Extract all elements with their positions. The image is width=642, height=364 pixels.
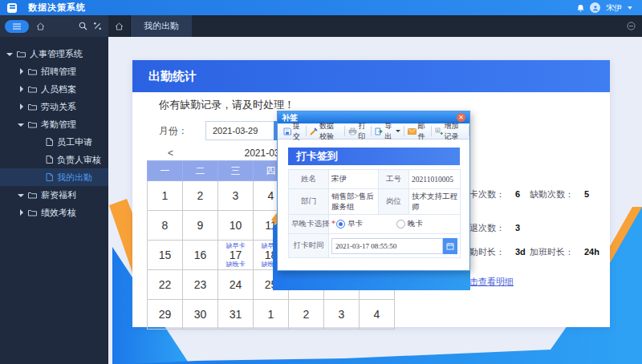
chevron-right-icon[interactable] <box>18 103 25 111</box>
calendar-day-cell[interactable]: 22 <box>148 270 183 300</box>
stat-item: 缺勤次数：5 <box>530 188 589 200</box>
day-number: 9 <box>197 219 204 232</box>
toolbar-add-record-button[interactable]: 增加记录 <box>432 126 469 136</box>
day-number: 17 <box>230 249 242 261</box>
add-record-icon <box>435 127 443 135</box>
sidebar-item[interactable]: 薪资福利 <box>0 186 108 204</box>
toolbar-validate-button[interactable]: 数据校验 <box>307 126 344 136</box>
punch-time-input[interactable]: 2021-03-17 08:55:50 <box>331 238 443 254</box>
day-number: 28 <box>371 278 384 291</box>
sidebar-item[interactable]: 员工申请 <box>0 133 108 151</box>
modal-title-bar[interactable]: 补签 ✕ <box>278 111 469 123</box>
chevron-right-icon[interactable] <box>18 209 25 216</box>
top-bar: 数据决策系统 宋伊 <box>0 0 642 15</box>
calendar-day-cell[interactable]: 9 <box>183 211 218 241</box>
app-logo-icon <box>7 3 17 13</box>
calendar-day-cell[interactable]: 31 <box>218 300 254 330</box>
minus-circle-icon <box>627 22 636 30</box>
calendar-day-cell[interactable]: 1 <box>148 181 183 211</box>
dept-value: 销售部>售后服务组 <box>329 189 379 215</box>
calendar-day-cell[interactable]: 16 <box>183 241 218 270</box>
notification-bell-icon[interactable] <box>577 4 584 12</box>
view-detail-link[interactable]: 点击查看明细 <box>461 276 514 288</box>
chevron-down-icon[interactable] <box>628 6 632 12</box>
toolbar-print-button[interactable]: 打印 <box>345 126 372 136</box>
sidebar-item[interactable]: 负责人审核 <box>0 151 108 168</box>
weekday-header: 一 <box>148 161 183 181</box>
calendar-day-cell[interactable]: 1 <box>254 300 289 330</box>
absence-warning-text: 你有缺勤记录，请及时处理！ <box>159 98 295 112</box>
shift-radio-option[interactable]: 晚卡 <box>396 219 423 229</box>
post-label: 岗位 <box>379 189 409 215</box>
calendar-day-cell[interactable]: 15 <box>148 241 183 270</box>
chevron-down-icon[interactable] <box>396 130 400 135</box>
home-icon[interactable] <box>36 22 45 30</box>
radio-checked-icon[interactable] <box>336 220 345 229</box>
calendar-day-cell[interactable]: 3 <box>218 181 254 211</box>
sidebar-item[interactable]: 我的出勤 <box>0 168 108 186</box>
menu-toggle-button[interactable] <box>5 20 29 33</box>
month-label: 月份： <box>159 124 188 138</box>
radio-unchecked-icon[interactable] <box>396 220 405 229</box>
sidebar-item[interactable]: 人事管理系统 <box>0 45 108 63</box>
calendar-day-cell[interactable]: 29 <box>148 300 183 330</box>
tab-home[interactable] <box>108 15 131 37</box>
day-number: 27 <box>335 278 348 291</box>
arrow-spacer <box>35 139 43 146</box>
calendar-day-cell[interactable]: 4 <box>360 300 395 330</box>
toolbar-save-button[interactable]: 提交 <box>280 126 307 136</box>
chevron-right-icon[interactable] <box>18 68 25 75</box>
sidebar-item[interactable]: 人员档案 <box>0 80 108 98</box>
calendar-day-cell[interactable]: 28 <box>360 270 395 300</box>
day-number: 8 <box>162 219 169 232</box>
calendar-day-cell[interactable]: 25 <box>254 270 289 300</box>
calendar-day-cell[interactable]: 10 <box>218 211 254 241</box>
calendar-day-cell[interactable]: 30 <box>183 300 218 330</box>
calendar-day-cell[interactable]: 8 <box>148 211 183 241</box>
sidebar-item[interactable]: 绩效考核 <box>0 204 108 221</box>
menu-icon <box>12 23 22 30</box>
missing-evening-punch-badge[interactable]: 缺晚卡 <box>218 261 253 268</box>
calendar-day-cell[interactable]: 24 <box>218 270 254 300</box>
avatar[interactable] <box>590 2 600 13</box>
calendar-day-cell[interactable]: 3 <box>324 300 360 330</box>
chevron-down-icon[interactable] <box>18 121 25 128</box>
name-value: 宋伊 <box>329 170 379 189</box>
chevron-down-icon[interactable] <box>18 192 25 199</box>
toolbar-button-label: 提交 <box>293 121 303 142</box>
chevron-right-icon[interactable] <box>18 86 25 93</box>
calendar-day-cell[interactable]: 缺早卡17缺晚卡 <box>218 241 254 270</box>
sidebar-item[interactable]: 考勤管理 <box>0 115 108 133</box>
sidebar-item-label: 我的出勤 <box>57 172 92 184</box>
month-input[interactable]: 2021-03-29 <box>205 121 274 140</box>
calendar-day-cell[interactable]: 23 <box>183 270 218 300</box>
toolbar-mail-button[interactable]: 邮件 <box>404 126 432 136</box>
toolbar-export-button[interactable]: 导出 <box>372 126 404 136</box>
calendar-day-cell[interactable]: 27 <box>324 270 360 300</box>
punch-time-calendar-button[interactable] <box>443 238 457 254</box>
stat-item: 加班时长：24h <box>530 246 599 258</box>
sidebar-item[interactable]: 劳动关系 <box>0 98 108 115</box>
clear-filter-icon[interactable] <box>93 22 102 30</box>
day-number: 15 <box>159 249 172 261</box>
day-number: 2 <box>197 189 204 202</box>
calendar-prev-button[interactable]: < <box>168 148 173 159</box>
calendar-day-cell[interactable]: 2 <box>183 181 218 211</box>
collapse-tabs-button[interactable] <box>627 15 636 37</box>
sidebar-item-label: 人员档案 <box>41 83 76 95</box>
calendar-day-cell[interactable]: 26 <box>289 270 324 300</box>
sidebar-item-label: 绩效考核 <box>41 207 76 219</box>
day-number: 26 <box>300 278 313 291</box>
shift-radio-option[interactable]: 早卡 <box>336 219 363 229</box>
doc-icon <box>46 156 53 164</box>
stat-value: 24h <box>584 247 599 257</box>
user-name[interactable]: 宋伊 <box>606 2 622 14</box>
tab-active[interactable]: 我的出勤 <box>131 15 192 37</box>
calendar-day-cell[interactable]: 2 <box>289 300 324 330</box>
arrow-spacer <box>35 174 43 181</box>
chevron-down-icon[interactable] <box>6 51 14 58</box>
sidebar-item[interactable]: 招聘管理 <box>0 63 108 80</box>
day-number: 2 <box>303 308 310 321</box>
tab-label: 我的出勤 <box>144 20 179 32</box>
search-icon[interactable] <box>79 22 87 30</box>
